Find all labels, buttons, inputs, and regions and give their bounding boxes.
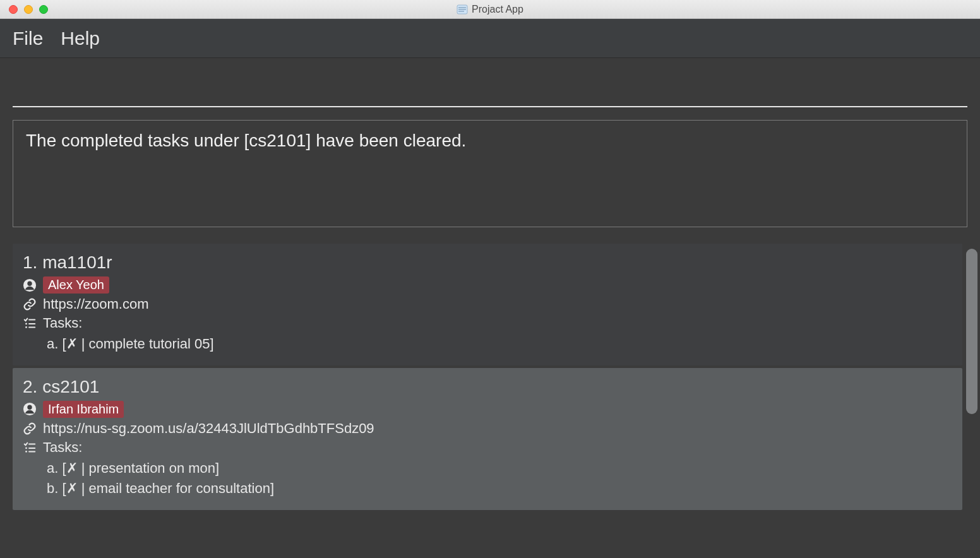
menu-file[interactable]: File xyxy=(13,28,43,49)
project-link: https://nus-sg.zoom.us/a/32443JlUldTbGdh… xyxy=(43,420,374,437)
scrollbar-thumb[interactable] xyxy=(966,249,977,414)
project-list: 1. ma1101rAlex Yeohhttps://zoom.comTasks… xyxy=(0,240,980,558)
app-icon xyxy=(457,4,468,15)
task-line: a. [✗ | presentation on mon] xyxy=(47,458,952,478)
project-title: 2. cs2101 xyxy=(23,377,952,397)
task-line: a. [✗ | complete tutorial 05] xyxy=(47,334,952,354)
scrollbar[interactable] xyxy=(966,249,977,549)
person-tag: Alex Yeoh xyxy=(43,276,109,294)
tasks-icon xyxy=(23,316,37,330)
result-box: The completed tasks under [cs2101] have … xyxy=(13,120,967,227)
svg-point-5 xyxy=(27,281,32,285)
svg-rect-0 xyxy=(457,5,467,14)
tasks-label: Tasks: xyxy=(43,315,82,331)
project-tasks-row: Tasks: xyxy=(23,439,952,456)
project-tasks-row: Tasks: xyxy=(23,315,952,331)
project-people-row: Irfan Ibrahim xyxy=(23,401,952,418)
tasks-label: Tasks: xyxy=(43,439,82,456)
window-controls xyxy=(9,5,48,14)
tasks-icon xyxy=(23,441,37,454)
command-area xyxy=(0,58,980,107)
result-area: The completed tasks under [cs2101] have … xyxy=(0,107,980,240)
svg-point-12 xyxy=(27,405,32,410)
project-card[interactable]: 1. ma1101rAlex Yeohhttps://zoom.comTasks… xyxy=(13,244,962,365)
menu-help[interactable]: Help xyxy=(61,28,100,49)
project-title: 1. ma1101r xyxy=(23,252,952,273)
window-title: Projact App xyxy=(472,4,523,15)
task-line: b. [✗ | email teacher for consultation] xyxy=(47,478,952,499)
project-people-row: Alex Yeoh xyxy=(23,276,952,294)
command-input[interactable] xyxy=(13,71,967,107)
person-icon xyxy=(23,278,37,292)
person-tag: Irfan Ibrahim xyxy=(43,401,124,418)
person-icon xyxy=(23,402,37,416)
result-message: The completed tasks under [cs2101] have … xyxy=(26,131,466,150)
project-link-row: https://zoom.com xyxy=(23,296,952,312)
minimize-window-button[interactable] xyxy=(24,5,33,14)
titlebar: Projact App xyxy=(0,0,980,19)
project-link: https://zoom.com xyxy=(43,296,149,312)
close-window-button[interactable] xyxy=(9,5,18,14)
project-link-row: https://nus-sg.zoom.us/a/32443JlUldTbGdh… xyxy=(23,420,952,437)
app-window: Projact App File Help The completed task… xyxy=(0,0,980,558)
link-icon xyxy=(23,297,37,311)
menubar: File Help xyxy=(0,19,980,58)
project-card[interactable]: 2. cs2101Irfan Ibrahimhttps://nus-sg.zoo… xyxy=(13,368,962,510)
zoom-window-button[interactable] xyxy=(39,5,48,14)
link-icon xyxy=(23,422,37,436)
